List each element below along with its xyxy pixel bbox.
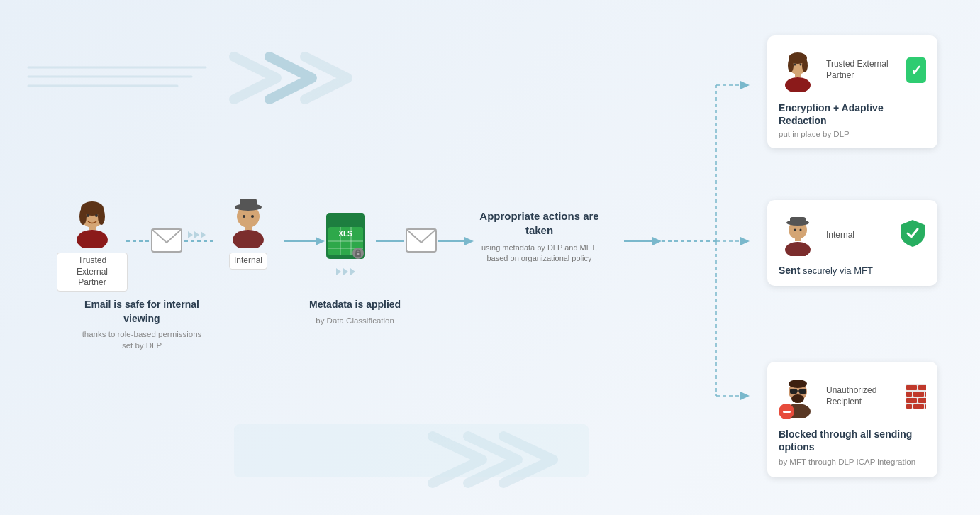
sent-bold: Sent [779,265,800,276]
internal-person-node: Internal [213,192,284,270]
email-desc-subtitle: thanks to role-based permissions set by … [82,328,202,351]
outcome-internal-label: Internal [826,230,854,240]
email-icon-1 [151,228,182,255]
svg-marker-22 [740,392,750,400]
metadata-desc-subtitle: by Data Classification [309,315,401,326]
outcome-trusted-avatar [779,45,818,94]
svg-point-28 [98,208,105,225]
email-desc-title: Email is safe for internal viewing [82,298,202,326]
outcome-trusted-label: Trusted External Partner [826,59,898,81]
svg-rect-81 [906,404,912,409]
metadata-desc: Metadata is applied by Data Classificati… [309,298,401,326]
outcome-trusted-partner: Trusted External Partner ✓ Encryption + … [767,35,937,148]
outcome-unauthorized-label: Unauthorized Recipient [826,385,897,407]
svg-marker-12 [652,237,662,245]
internal-avatar [223,192,273,248]
source-person-node: Trusted External Partner [57,192,128,292]
svg-marker-16 [740,81,750,89]
xls-file-node: XLS [323,209,369,275]
svg-rect-3 [234,424,589,477]
svg-rect-36 [240,199,257,209]
metadata-desc-title: Metadata is applied [309,298,401,312]
svg-rect-71 [799,389,806,394]
action-subtitle: using metadata by DLP and MFT, based on … [474,243,605,265]
email-icon-2 [406,228,437,255]
outcome-sent-text: Sent securely via MFT [779,265,926,276]
svg-point-29 [87,214,89,217]
internal-person-label: Internal [229,253,267,270]
outcome-internal-sent: Internal Sent securely via MFT [767,200,937,286]
outcome-internal-avatar [779,210,818,259]
svg-rect-77 [913,392,924,397]
svg-point-23 [77,230,108,248]
svg-point-55 [802,58,808,72]
svg-rect-78 [925,392,926,397]
svg-rect-75 [918,385,926,390]
svg-point-30 [95,214,98,217]
outcome-unauthorized-avatar [779,372,818,421]
svg-rect-80 [918,398,926,403]
svg-point-48 [357,253,360,255]
svg-point-50 [785,77,811,92]
action-box: Appropriate actions are taken using meta… [474,209,605,265]
outcome-blocked-title: Blocked through all sending options [779,428,926,453]
svg-rect-79 [906,398,917,403]
svg-point-68 [789,380,807,388]
triple-arrows-1 [188,231,206,238]
svg-point-56 [794,64,796,66]
svg-point-63 [794,229,796,231]
diagram-container: Trusted External Partner [0,0,980,515]
email-desc: Email is safe for internal viewing thank… [82,298,202,351]
svg-point-64 [800,229,802,231]
action-title: Appropriate actions are taken [474,209,605,237]
svg-point-69 [791,394,804,403]
svg-point-38 [251,215,254,218]
svg-point-32 [233,230,264,248]
source-avatar [67,192,117,248]
svg-point-54 [788,58,794,72]
svg-marker-19 [740,237,750,245]
svg-point-57 [800,64,802,66]
outcome-blocked-subtitle: by MFT through DLP ICAP integration [779,456,926,467]
outcome-brick-icon [906,384,926,409]
outcome-shield-icon [899,218,926,251]
svg-marker-10 [464,237,474,245]
outcome-check-icon: ✓ [906,57,926,83]
svg-rect-76 [906,392,912,397]
svg-point-58 [785,242,811,256]
sent-suffix: securely via MFT [800,265,873,276]
outcome-trusted-title: Encryption + Adaptive Redaction [779,101,926,127]
source-person-label: Trusted External Partner [57,253,128,292]
svg-rect-70 [790,389,797,394]
no-entry-icon [779,404,794,419]
svg-point-27 [79,208,87,225]
svg-point-37 [243,215,245,218]
outcome-unauthorized: Unauthorized Recipient [767,362,937,477]
outcome-trusted-subtitle: put in place by DLP [779,130,926,138]
svg-rect-74 [906,385,917,390]
svg-rect-83 [925,404,926,409]
svg-rect-82 [913,404,924,409]
xls-icon: XLS [323,209,369,262]
svg-rect-62 [790,217,806,225]
